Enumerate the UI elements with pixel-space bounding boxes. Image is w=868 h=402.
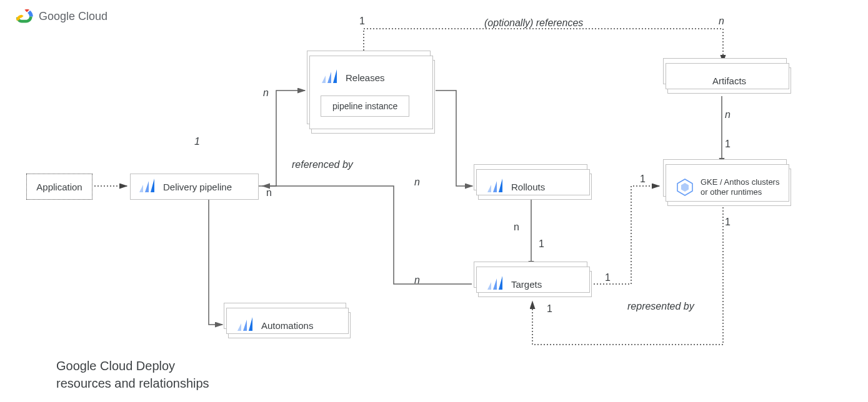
- node-label: GKE / Anthos clusters or other runtimes: [701, 177, 783, 198]
- card-n: n: [719, 16, 724, 27]
- card-1: 1: [725, 139, 731, 150]
- card-1: 1: [547, 303, 552, 315]
- deploy-icon: [486, 179, 505, 195]
- deploy-icon: [486, 276, 505, 292]
- card-n: n: [263, 87, 269, 99]
- deploy-icon: [236, 317, 255, 333]
- deploy-icon: [138, 179, 157, 195]
- card-n: n: [414, 177, 420, 188]
- label-optionally-references: (optionally) references: [484, 17, 583, 29]
- card-n: n: [266, 187, 272, 199]
- node-label: Delivery pipeline: [163, 182, 232, 192]
- card-1: 1: [605, 272, 611, 283]
- google-cloud-logo: Google Cloud: [16, 9, 107, 24]
- card-n: n: [414, 275, 420, 286]
- node-artifacts: Artifacts: [667, 67, 791, 94]
- node-label: Releases: [346, 72, 385, 83]
- node-pipeline-instance: pipeline instance: [321, 96, 409, 117]
- svg-marker-2: [681, 183, 689, 192]
- node-delivery-pipeline: Delivery pipeline: [130, 174, 259, 200]
- brand-text: Google Cloud: [39, 10, 107, 23]
- node-label: Artifacts: [712, 76, 746, 86]
- node-label: Automations: [261, 320, 313, 331]
- node-automations: Automations: [228, 312, 351, 338]
- card-1: 1: [539, 238, 544, 250]
- node-rollouts: Rollouts: [478, 174, 592, 200]
- node-targets: Targets: [478, 271, 592, 297]
- node-application: Application: [26, 174, 92, 200]
- card-1: 1: [725, 217, 731, 228]
- node-gke: GKE / Anthos clusters or other runtimes: [667, 169, 791, 206]
- deploy-icon: [321, 69, 339, 86]
- diagram-caption: Google Cloud Deploy resources and relati…: [56, 357, 209, 392]
- card-1: 1: [359, 16, 365, 27]
- card-1: 1: [640, 174, 646, 185]
- label-represented-by: represented by: [627, 301, 694, 312]
- card-n: n: [514, 222, 519, 233]
- label-referenced-by: referenced by: [292, 159, 353, 170]
- gke-icon: [676, 178, 694, 197]
- card-1: 1: [194, 136, 200, 147]
- node-label: Targets: [511, 279, 542, 290]
- cloud-icon: [16, 9, 34, 24]
- node-label: Rollouts: [511, 182, 545, 192]
- node-releases: Releases pipeline instance: [311, 60, 435, 134]
- card-n: n: [725, 109, 731, 120]
- node-label: Application: [36, 182, 82, 192]
